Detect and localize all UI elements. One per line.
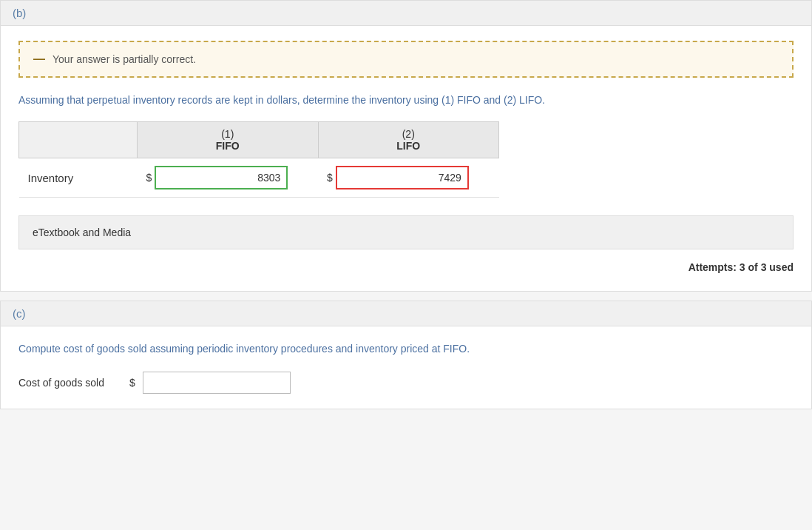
attempts-row: Attempts: 3 of 3 used — [18, 261, 794, 276]
section-c-label: (c) — [13, 307, 26, 320]
lifo-cell: $ — [318, 158, 499, 198]
fifo-input[interactable] — [155, 166, 288, 189]
attempts-label: Attempts: 3 of 3 used — [688, 261, 794, 273]
page-wrapper: (b) — Your answer is partially correct. … — [0, 0, 812, 409]
fifo-dollar-sign: $ — [146, 172, 152, 184]
section-b-header: (b) — [1, 1, 811, 26]
partial-correct-text: Your answer is partially correct. — [53, 53, 196, 65]
partial-correct-banner: — Your answer is partially correct. — [18, 41, 794, 78]
instructions-c: Compute cost of goods sold assuming peri… — [18, 341, 794, 357]
lifo-dollar-sign: $ — [327, 172, 333, 184]
section-b: (b) — Your answer is partially correct. … — [0, 0, 812, 292]
section-b-label: (b) — [13, 7, 26, 19]
inventory-label: Inventory — [19, 158, 138, 198]
lifo-input-group: $ — [327, 166, 490, 189]
section-b-content: — Your answer is partially correct. Assu… — [1, 26, 811, 291]
etextbook-label: eTextbook and Media — [33, 227, 131, 238]
cogs-input[interactable] — [143, 372, 291, 394]
instructions-b: Assuming that perpetual inventory record… — [18, 93, 794, 108]
etextbook-bar[interactable]: eTextbook and Media — [18, 215, 794, 249]
inventory-table: (1) FIFO (2) LIFO Inventory — [18, 121, 499, 198]
inventory-row: Inventory $ $ — [19, 158, 499, 198]
fifo-cell: $ — [138, 158, 319, 198]
partial-correct-icon: — — [33, 53, 45, 66]
section-c-header: (c) — [1, 301, 811, 326]
cogs-dollar-sign: $ — [129, 377, 135, 389]
col-fifo-header: (1) FIFO — [138, 122, 319, 158]
col-lifo-header: (2) LIFO — [318, 122, 499, 158]
section-c: (c) Compute cost of goods sold assuming … — [0, 301, 812, 409]
col-empty-header — [19, 122, 138, 158]
lifo-input[interactable] — [336, 166, 469, 189]
cogs-label: Cost of goods sold — [18, 377, 122, 389]
cogs-row: Cost of goods sold $ — [18, 372, 794, 394]
fifo-input-group: $ — [146, 166, 310, 189]
section-c-content: Compute cost of goods sold assuming peri… — [1, 326, 811, 409]
